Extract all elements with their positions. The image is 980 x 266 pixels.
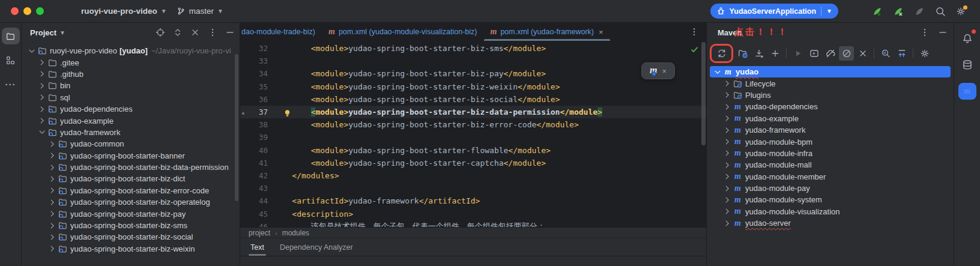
maven-tree-row[interactable]: myudao-framework bbox=[710, 124, 951, 136]
maven-tool-button[interactable]: m bbox=[958, 83, 976, 100]
editor-tab[interactable]: dao-module-trade-biz) bbox=[240, 23, 322, 41]
code-line[interactable]: 34 <module>yudao-spring-boot-starter-biz… bbox=[240, 67, 706, 80]
close-icon[interactable]: × bbox=[662, 67, 667, 76]
code-line[interactable]: 35 <module>yudao-spring-boot-starter-biz… bbox=[240, 80, 706, 93]
chevron-right-icon[interactable] bbox=[37, 82, 47, 90]
intention-bulb-icon[interactable] bbox=[283, 109, 292, 118]
project-tree-row[interactable]: yudao-example bbox=[22, 115, 240, 126]
code-line[interactable]: 42 </modules> bbox=[240, 169, 706, 182]
maven-reload-popup[interactable]: m × bbox=[641, 62, 675, 79]
structure-tool-button[interactable] bbox=[2, 52, 20, 68]
chevron-right-icon[interactable] bbox=[37, 93, 47, 101]
code-line[interactable]: 36 <module>yudao-spring-boot-starter-biz… bbox=[240, 93, 706, 106]
chevron-right-icon[interactable] bbox=[37, 105, 47, 113]
chevron-right-icon[interactable] bbox=[47, 186, 57, 195]
maven-tree-row[interactable]: myudao-module-member bbox=[710, 171, 951, 183]
chevron-right-icon[interactable] bbox=[722, 103, 732, 111]
chevron-right-icon[interactable] bbox=[722, 219, 732, 228]
chevron-right-icon[interactable] bbox=[37, 58, 47, 67]
maven-tree-row[interactable]: Lifecycle bbox=[710, 77, 951, 89]
run-icon[interactable] bbox=[872, 6, 883, 17]
code-line[interactable]: 40 <module>yudao-spring-boot-starter-flo… bbox=[240, 144, 706, 157]
maven-tree-row[interactable]: myudao-module-pay bbox=[710, 183, 951, 194]
maven-options-button[interactable] bbox=[920, 28, 930, 37]
download-sources-icon[interactable] bbox=[751, 46, 766, 61]
hide-panel-button[interactable] bbox=[225, 28, 235, 37]
chevron-right-icon[interactable] bbox=[722, 79, 732, 88]
editor-scrollbar[interactable] bbox=[701, 42, 706, 145]
run-configuration-widget[interactable]: YudaoServerApplication ▼ bbox=[710, 4, 838, 19]
settings-icon[interactable] bbox=[956, 7, 966, 16]
maven-tree-row[interactable]: myudao-module-infra bbox=[710, 148, 951, 159]
analyze-dependencies-icon[interactable] bbox=[878, 46, 893, 61]
tab-options-button[interactable] bbox=[682, 23, 706, 41]
project-tree-row[interactable]: ruoyi-vue-pro-video[yudao]~/Java/ruoyi-v… bbox=[22, 45, 240, 56]
code-line[interactable]: 33 bbox=[240, 55, 706, 67]
project-selector[interactable]: ruoyi-vue-pro-video ▼ bbox=[76, 5, 172, 17]
chevron-right-icon[interactable] bbox=[47, 222, 57, 230]
project-tree-row[interactable]: bin bbox=[22, 80, 240, 91]
chevron-right-icon[interactable] bbox=[47, 233, 57, 241]
chevron-down-icon[interactable] bbox=[712, 68, 722, 76]
notifications-button[interactable] bbox=[958, 30, 976, 47]
generate-sources-icon[interactable] bbox=[735, 46, 750, 61]
window-zoom-button[interactable] bbox=[36, 7, 44, 15]
code-line[interactable]: 46 该包是技术组件，每个子包，代表一个组件。每个组件包括两部分： bbox=[240, 220, 706, 227]
project-tree-row[interactable]: yudao-spring-boot-starter-banner bbox=[22, 150, 240, 162]
project-tree-row[interactable]: yudao-framework bbox=[22, 127, 240, 138]
breadcrumb-item[interactable]: project bbox=[249, 229, 270, 237]
chevron-right-icon[interactable] bbox=[722, 161, 732, 169]
code-line[interactable]: 45 <description> bbox=[240, 207, 706, 220]
maven-tree-row[interactable]: myudao-module-bpm bbox=[710, 136, 951, 147]
project-tree-row[interactable]: .gitee bbox=[22, 56, 240, 68]
more-tool-windows-button[interactable]: ··· bbox=[2, 76, 20, 92]
chevron-right-icon[interactable] bbox=[722, 196, 732, 204]
window-close-button[interactable] bbox=[11, 7, 19, 15]
project-tree-row[interactable]: yudao-spring-boot-starter-biz-social bbox=[22, 231, 240, 243]
maven-tree-row[interactable]: myudao-module-mall bbox=[710, 159, 951, 171]
chevron-right-icon[interactable] bbox=[47, 163, 57, 172]
project-options-button[interactable] bbox=[208, 28, 217, 37]
project-tree-row[interactable]: yudao-common bbox=[22, 138, 240, 150]
expand-collapse-button[interactable] bbox=[173, 28, 183, 37]
project-scrollbar[interactable] bbox=[235, 54, 238, 201]
project-tree-row[interactable]: yudao-spring-boot-starter-biz-sms bbox=[22, 220, 240, 231]
maven-settings-icon[interactable] bbox=[917, 46, 932, 61]
editor-tab[interactable]: mpom.xml (yudao-module-visualization-biz… bbox=[322, 23, 484, 41]
run-maven-build-icon[interactable] bbox=[790, 46, 805, 61]
chevron-right-icon[interactable] bbox=[722, 207, 732, 216]
chevron-right-icon[interactable] bbox=[47, 210, 57, 218]
chevron-right-icon[interactable] bbox=[722, 149, 732, 157]
collapse-all-button[interactable] bbox=[190, 28, 200, 37]
inspections-ok-icon[interactable] bbox=[690, 45, 699, 54]
toggle-offline-mode-icon[interactable] bbox=[823, 46, 838, 61]
chevron-down-icon[interactable] bbox=[26, 47, 37, 55]
chevron-right-icon[interactable] bbox=[37, 70, 47, 78]
project-tree-row[interactable]: yudao-spring-boot-starter-biz-data-permi… bbox=[22, 162, 240, 173]
chevron-right-icon[interactable] bbox=[722, 138, 732, 146]
hide-maven-panel-button[interactable] bbox=[938, 28, 948, 37]
chevron-right-icon[interactable] bbox=[47, 175, 57, 183]
maven-tree-row[interactable]: myudao-example bbox=[710, 113, 951, 124]
add-maven-project-icon[interactable] bbox=[767, 46, 782, 61]
reload-all-maven-projects-icon[interactable] bbox=[714, 46, 729, 61]
code-line[interactable]: 44 <artifactId>yudao-framework</artifact… bbox=[240, 195, 706, 207]
chevron-right-icon[interactable] bbox=[47, 244, 57, 253]
maven-tree-row[interactable]: myudao-module-system bbox=[710, 194, 951, 205]
project-tree-row[interactable]: yudao-dependencies bbox=[22, 103, 240, 115]
maven-tree-row[interactable]: myudao-dependencies bbox=[710, 101, 951, 112]
chevron-right-icon[interactable] bbox=[722, 184, 732, 193]
editor-tab[interactable]: mpom.xml (yudao-framework)× bbox=[484, 23, 610, 41]
branch-selector[interactable]: master ▼ bbox=[172, 5, 228, 17]
code-line[interactable]: 39 bbox=[240, 131, 706, 144]
project-tree-row[interactable]: yudao-spring-boot-starter-biz-dict bbox=[22, 173, 240, 184]
code-line[interactable]: 41 <module>yudao-spring-boot-starter-cap… bbox=[240, 157, 706, 169]
profiler-icon[interactable] bbox=[914, 6, 925, 17]
collapse-all-icon[interactable] bbox=[894, 46, 909, 61]
project-panel-title[interactable]: Project ▼ bbox=[30, 28, 65, 37]
window-minimize-button[interactable] bbox=[23, 7, 31, 15]
chevron-right-icon[interactable] bbox=[722, 91, 732, 99]
search-everywhere-icon[interactable] bbox=[935, 6, 946, 17]
close-icon[interactable]: × bbox=[599, 28, 603, 37]
project-tree-row[interactable]: yudao-spring-boot-starter-biz-operatelog bbox=[22, 196, 240, 208]
